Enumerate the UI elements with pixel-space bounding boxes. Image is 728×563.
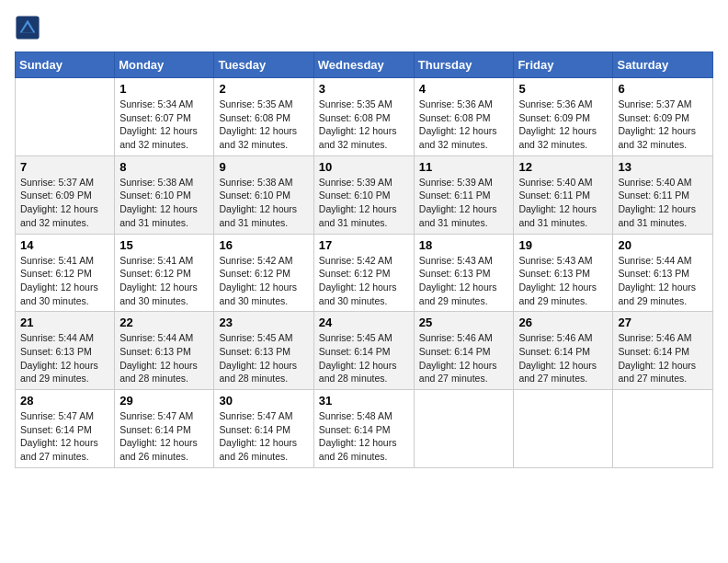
day-cell: 16Sunrise: 5:42 AMSunset: 6:12 PMDayligh… bbox=[214, 234, 313, 312]
day-number: 15 bbox=[119, 238, 209, 252]
week-row-5: 28Sunrise: 5:47 AMSunset: 6:14 PMDayligh… bbox=[16, 390, 713, 468]
day-info: Sunrise: 5:37 AMSunset: 6:09 PMDaylight:… bbox=[618, 98, 708, 152]
day-cell: 13Sunrise: 5:40 AMSunset: 6:11 PMDayligh… bbox=[613, 155, 713, 234]
weekday-header-friday: Friday bbox=[514, 52, 613, 78]
day-cell: 22Sunrise: 5:44 AMSunset: 6:13 PMDayligh… bbox=[115, 312, 214, 390]
day-info: Sunrise: 5:43 AMSunset: 6:13 PMDaylight:… bbox=[518, 254, 608, 308]
day-info: Sunrise: 5:34 AMSunset: 6:07 PMDaylight:… bbox=[119, 98, 209, 152]
day-cell: 24Sunrise: 5:45 AMSunset: 6:14 PMDayligh… bbox=[313, 312, 414, 390]
day-number: 22 bbox=[119, 316, 209, 329]
day-number: 24 bbox=[319, 316, 409, 329]
day-info: Sunrise: 5:36 AMSunset: 6:09 PMDaylight:… bbox=[518, 98, 608, 152]
day-cell: 17Sunrise: 5:42 AMSunset: 6:12 PMDayligh… bbox=[313, 234, 414, 312]
day-cell: 27Sunrise: 5:46 AMSunset: 6:14 PMDayligh… bbox=[613, 312, 713, 390]
week-row-2: 7Sunrise: 5:37 AMSunset: 6:09 PMDaylight… bbox=[16, 155, 713, 234]
weekday-header-thursday: Thursday bbox=[414, 52, 514, 78]
day-info: Sunrise: 5:38 AMSunset: 6:10 PMDaylight:… bbox=[119, 176, 209, 230]
week-row-3: 14Sunrise: 5:41 AMSunset: 6:12 PMDayligh… bbox=[16, 234, 713, 312]
day-cell: 1Sunrise: 5:34 AMSunset: 6:07 PMDaylight… bbox=[115, 78, 214, 156]
day-info: Sunrise: 5:41 AMSunset: 6:12 PMDaylight:… bbox=[20, 254, 109, 308]
day-cell: 4Sunrise: 5:36 AMSunset: 6:08 PMDaylight… bbox=[414, 78, 514, 156]
weekday-header-tuesday: Tuesday bbox=[214, 52, 313, 78]
day-number: 16 bbox=[219, 238, 308, 252]
day-info: Sunrise: 5:45 AMSunset: 6:13 PMDaylight:… bbox=[219, 331, 308, 385]
day-info: Sunrise: 5:46 AMSunset: 6:14 PMDaylight:… bbox=[419, 331, 509, 385]
day-cell: 26Sunrise: 5:46 AMSunset: 6:14 PMDayligh… bbox=[514, 312, 613, 390]
day-cell: 23Sunrise: 5:45 AMSunset: 6:13 PMDayligh… bbox=[214, 312, 313, 390]
day-info: Sunrise: 5:44 AMSunset: 6:13 PMDaylight:… bbox=[618, 254, 708, 308]
day-info: Sunrise: 5:45 AMSunset: 6:14 PMDaylight:… bbox=[319, 331, 409, 385]
day-cell: 18Sunrise: 5:43 AMSunset: 6:13 PMDayligh… bbox=[414, 234, 514, 312]
calendar-table: SundayMondayTuesdayWednesdayThursdayFrid… bbox=[15, 52, 713, 468]
day-cell bbox=[16, 78, 115, 156]
weekday-header-saturday: Saturday bbox=[613, 52, 713, 78]
day-info: Sunrise: 5:38 AMSunset: 6:10 PMDaylight:… bbox=[219, 176, 308, 230]
day-info: Sunrise: 5:41 AMSunset: 6:12 PMDaylight:… bbox=[119, 254, 209, 308]
day-number: 20 bbox=[618, 238, 708, 252]
day-info: Sunrise: 5:42 AMSunset: 6:12 PMDaylight:… bbox=[219, 254, 308, 308]
day-cell: 9Sunrise: 5:38 AMSunset: 6:10 PMDaylight… bbox=[214, 155, 313, 234]
day-number: 7 bbox=[20, 160, 109, 174]
day-number: 27 bbox=[618, 316, 708, 329]
day-cell: 6Sunrise: 5:37 AMSunset: 6:09 PMDaylight… bbox=[613, 78, 713, 156]
day-info: Sunrise: 5:47 AMSunset: 6:14 PMDaylight:… bbox=[20, 409, 109, 464]
day-number: 14 bbox=[20, 238, 109, 252]
day-number: 19 bbox=[518, 238, 608, 252]
day-number: 12 bbox=[518, 160, 608, 174]
day-number: 8 bbox=[119, 160, 209, 174]
day-cell bbox=[514, 390, 613, 468]
day-info: Sunrise: 5:40 AMSunset: 6:11 PMDaylight:… bbox=[618, 176, 708, 230]
day-cell: 5Sunrise: 5:36 AMSunset: 6:09 PMDaylight… bbox=[514, 78, 613, 156]
day-cell: 20Sunrise: 5:44 AMSunset: 6:13 PMDayligh… bbox=[613, 234, 713, 312]
week-row-1: 1Sunrise: 5:34 AMSunset: 6:07 PMDaylight… bbox=[16, 78, 713, 156]
day-number: 13 bbox=[618, 160, 708, 174]
day-cell: 2Sunrise: 5:35 AMSunset: 6:08 PMDaylight… bbox=[214, 78, 313, 156]
day-number: 9 bbox=[219, 160, 308, 174]
day-info: Sunrise: 5:39 AMSunset: 6:11 PMDaylight:… bbox=[419, 176, 509, 230]
day-number: 30 bbox=[219, 394, 308, 408]
weekday-header-wednesday: Wednesday bbox=[313, 52, 414, 78]
day-number: 31 bbox=[319, 394, 409, 408]
logo-icon bbox=[15, 15, 40, 40]
day-number: 5 bbox=[518, 82, 608, 96]
day-number: 1 bbox=[119, 82, 209, 96]
day-cell: 11Sunrise: 5:39 AMSunset: 6:11 PMDayligh… bbox=[414, 155, 514, 234]
day-info: Sunrise: 5:47 AMSunset: 6:14 PMDaylight:… bbox=[119, 409, 209, 464]
day-number: 18 bbox=[419, 238, 509, 252]
day-cell: 30Sunrise: 5:47 AMSunset: 6:14 PMDayligh… bbox=[214, 390, 313, 468]
day-cell: 15Sunrise: 5:41 AMSunset: 6:12 PMDayligh… bbox=[115, 234, 214, 312]
day-info: Sunrise: 5:35 AMSunset: 6:08 PMDaylight:… bbox=[319, 98, 409, 152]
day-number: 23 bbox=[219, 316, 308, 329]
day-info: Sunrise: 5:44 AMSunset: 6:13 PMDaylight:… bbox=[20, 331, 109, 385]
day-cell: 28Sunrise: 5:47 AMSunset: 6:14 PMDayligh… bbox=[16, 390, 115, 468]
day-cell: 14Sunrise: 5:41 AMSunset: 6:12 PMDayligh… bbox=[16, 234, 115, 312]
day-cell: 25Sunrise: 5:46 AMSunset: 6:14 PMDayligh… bbox=[414, 312, 514, 390]
day-number: 11 bbox=[419, 160, 509, 174]
day-info: Sunrise: 5:37 AMSunset: 6:09 PMDaylight:… bbox=[20, 176, 109, 230]
day-cell: 3Sunrise: 5:35 AMSunset: 6:08 PMDaylight… bbox=[313, 78, 414, 156]
day-info: Sunrise: 5:36 AMSunset: 6:08 PMDaylight:… bbox=[419, 98, 509, 152]
day-info: Sunrise: 5:44 AMSunset: 6:13 PMDaylight:… bbox=[119, 331, 209, 385]
day-cell: 21Sunrise: 5:44 AMSunset: 6:13 PMDayligh… bbox=[16, 312, 115, 390]
day-number: 10 bbox=[319, 160, 409, 174]
day-cell: 10Sunrise: 5:39 AMSunset: 6:10 PMDayligh… bbox=[313, 155, 414, 234]
day-cell: 31Sunrise: 5:48 AMSunset: 6:14 PMDayligh… bbox=[313, 390, 414, 468]
weekday-header-sunday: Sunday bbox=[16, 52, 115, 78]
page-header bbox=[15, 15, 713, 40]
day-cell bbox=[414, 390, 514, 468]
day-number: 21 bbox=[20, 316, 109, 329]
day-cell: 12Sunrise: 5:40 AMSunset: 6:11 PMDayligh… bbox=[514, 155, 613, 234]
day-info: Sunrise: 5:47 AMSunset: 6:14 PMDaylight:… bbox=[219, 409, 308, 464]
day-number: 6 bbox=[618, 82, 708, 96]
day-info: Sunrise: 5:46 AMSunset: 6:14 PMDaylight:… bbox=[618, 331, 708, 385]
day-cell: 19Sunrise: 5:43 AMSunset: 6:13 PMDayligh… bbox=[514, 234, 613, 312]
day-number: 28 bbox=[20, 394, 109, 408]
day-info: Sunrise: 5:46 AMSunset: 6:14 PMDaylight:… bbox=[518, 331, 608, 385]
day-info: Sunrise: 5:40 AMSunset: 6:11 PMDaylight:… bbox=[518, 176, 608, 230]
day-info: Sunrise: 5:43 AMSunset: 6:13 PMDaylight:… bbox=[419, 254, 509, 308]
day-cell: 7Sunrise: 5:37 AMSunset: 6:09 PMDaylight… bbox=[16, 155, 115, 234]
day-info: Sunrise: 5:42 AMSunset: 6:12 PMDaylight:… bbox=[319, 254, 409, 308]
day-number: 26 bbox=[518, 316, 608, 329]
day-cell: 29Sunrise: 5:47 AMSunset: 6:14 PMDayligh… bbox=[115, 390, 214, 468]
day-info: Sunrise: 5:48 AMSunset: 6:14 PMDaylight:… bbox=[319, 409, 409, 464]
